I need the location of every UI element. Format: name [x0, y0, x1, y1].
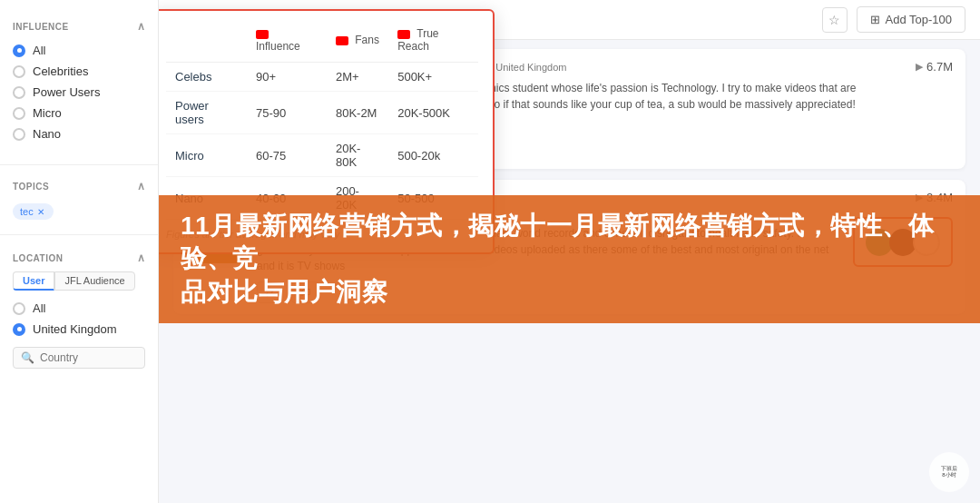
- table-row: Celebs 90+ 2M+ 500K+: [166, 63, 478, 92]
- watermark: 下班后 8小时: [929, 452, 969, 492]
- sidebar: INFLUENCE ∧ All Celebrities Power Users: [0, 0, 159, 503]
- location-tab-audience[interactable]: JFL Audience: [54, 271, 134, 291]
- radio-micro: [13, 107, 25, 120]
- add-top100-button[interactable]: ⊞ Add Top-100: [857, 6, 966, 33]
- radio-celebrities: [13, 65, 25, 78]
- radio-power-users: [13, 86, 25, 99]
- chevron-up-icon[interactable]: ∧: [137, 20, 146, 33]
- add-top-icon: ⊞: [870, 13, 880, 26]
- location-option-all[interactable]: All: [13, 298, 145, 319]
- yt-icon-fans: [336, 36, 348, 45]
- star-button[interactable]: ☆: [822, 7, 848, 33]
- location-chevron-icon[interactable]: ∧: [137, 252, 146, 264]
- col-header-reach: True Reach: [388, 24, 478, 63]
- influence-options: All Celebrities Power Users Micro Nano: [13, 40, 145, 144]
- star-icon: ☆: [828, 13, 840, 27]
- topics-chevron-icon[interactable]: ∧: [137, 180, 146, 192]
- content-right: Influence Fans True Reach: [159, 0, 980, 503]
- table-row: Power users 75-90 80K-2M 20K-500K: [166, 92, 478, 134]
- topics-section: TOPICS ∧ tec ✕: [0, 173, 158, 227]
- influence-section: INFLUENCE ∧ All Celebrities Power Users: [0, 11, 158, 157]
- radio-location-all: [13, 302, 25, 315]
- influence-section-title: INFLUENCE ∧: [13, 20, 145, 33]
- influence-option-nano[interactable]: Nano: [13, 123, 145, 144]
- influence-option-all[interactable]: All: [13, 40, 145, 61]
- creator-stats-mrwho: ▶ 6.7M: [880, 60, 953, 74]
- topic-chip[interactable]: tec ✕: [13, 203, 54, 220]
- radio-location-uk: [13, 323, 25, 336]
- country-input[interactable]: [40, 351, 137, 364]
- col-header-empty: [166, 24, 247, 63]
- search-icon: 🔍: [21, 351, 34, 364]
- col-header-influence: Influence: [247, 24, 327, 63]
- yt-icon-influence: [256, 30, 269, 39]
- views-icon: ▶: [916, 61, 923, 73]
- location-section-title: LOCATION ∧: [13, 252, 145, 264]
- watermark-text: 下班后 8小时: [941, 466, 957, 478]
- country-search[interactable]: 🔍: [13, 347, 145, 369]
- overlay-banner: 11月最新网络营销方式，揭秘十一月最新网络营销方式，特性、体验、竞 品对比与用户…: [159, 195, 980, 323]
- location-options: All United Kingdom: [13, 298, 145, 340]
- col-header-fans: Fans: [327, 24, 388, 63]
- location-section: LOCATION ∧ User JFL Audience All United: [0, 242, 158, 374]
- stat-views-mrwho: ▶ 6.7M: [916, 60, 953, 74]
- location-tab-user[interactable]: User: [13, 271, 54, 291]
- radio-all: [13, 44, 25, 57]
- location-tabs: User JFL Audience: [13, 271, 145, 291]
- chip-close-icon[interactable]: ✕: [37, 207, 44, 217]
- radio-nano: [13, 128, 25, 141]
- overlay-text: 11月最新网络营销方式，揭秘十一月最新网络营销方式，特性、体验、竞 品对比与用户…: [181, 210, 958, 309]
- location-option-uk[interactable]: United Kingdom: [13, 319, 145, 340]
- main-container: INFLUENCE ∧ All Celebrities Power Users: [0, 0, 980, 503]
- influence-table: Influence Fans True Reach: [166, 24, 478, 220]
- topics-section-title: TOPICS ∧: [13, 180, 145, 192]
- yt-icon-reach: [397, 30, 410, 39]
- table-row: Micro 60-75 20K-80K 500-20k: [166, 134, 478, 177]
- influence-option-micro[interactable]: Micro: [13, 103, 145, 123]
- influence-option-power-users[interactable]: Power Users: [13, 82, 145, 103]
- influence-option-celebrities[interactable]: Celebrities: [13, 61, 145, 82]
